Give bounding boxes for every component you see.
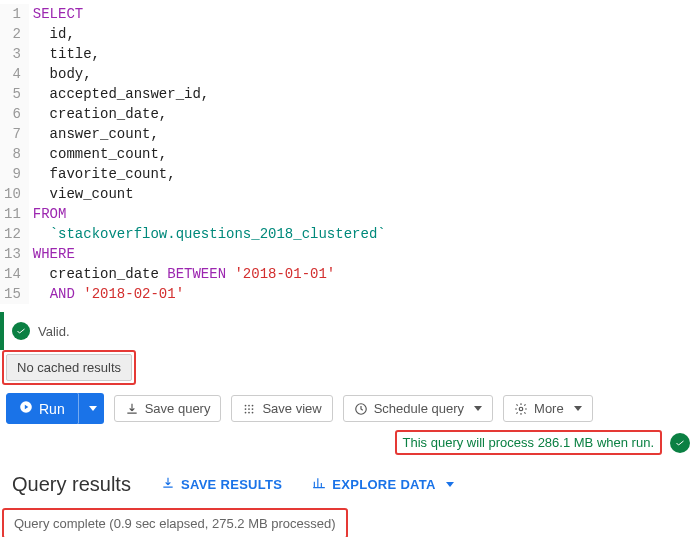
code-line: SELECT [33, 4, 386, 24]
save-results-label: SAVE RESULTS [181, 477, 282, 492]
code-line: view_count [33, 184, 386, 204]
results-header: Query results SAVE RESULTS EXPLORE DATA [0, 463, 700, 504]
line-number: 8 [4, 144, 21, 164]
line-number: 12 [4, 224, 21, 244]
line-gutter: 123456789101112131415 [0, 4, 29, 304]
line-number: 2 [4, 24, 21, 44]
gear-icon [514, 402, 528, 416]
svg-point-3 [252, 404, 254, 406]
save-view-label: Save view [262, 401, 321, 416]
svg-point-4 [245, 408, 247, 410]
line-number: 13 [4, 244, 21, 264]
save-query-button[interactable]: Save query [114, 395, 222, 422]
save-view-button[interactable]: Save view [231, 395, 332, 422]
download-icon [161, 476, 175, 493]
more-button[interactable]: More [503, 395, 593, 422]
caret-down-icon [89, 406, 97, 411]
svg-point-8 [249, 411, 251, 413]
line-number: 6 [4, 104, 21, 124]
code-line: `stackoverflow.questions_2018_clustered` [33, 224, 386, 244]
results-title: Query results [12, 473, 131, 496]
line-number: 3 [4, 44, 21, 64]
estimate-row: This query will process 286.1 MB when ru… [0, 428, 700, 463]
query-toolbar: Run Save query Save view Schedule query … [0, 385, 700, 428]
svg-point-5 [249, 408, 251, 410]
line-number: 1 [4, 4, 21, 24]
cache-badge: No cached results [6, 354, 132, 381]
code-line: body, [33, 64, 386, 84]
query-complete-status: Query complete (0.9 sec elapsed, 275.2 M… [2, 508, 348, 537]
code-line: WHERE [33, 244, 386, 264]
svg-point-11 [519, 407, 523, 411]
code-line: answer_count, [33, 124, 386, 144]
caret-down-icon [446, 482, 454, 487]
chart-icon [312, 476, 326, 493]
save-results-button[interactable]: SAVE RESULTS [161, 476, 282, 493]
code-line: title, [33, 44, 386, 64]
schedule-query-button[interactable]: Schedule query [343, 395, 493, 422]
bytes-estimate: This query will process 286.1 MB when ru… [395, 430, 662, 455]
play-icon [19, 400, 33, 417]
svg-point-1 [245, 404, 247, 406]
run-dropdown-button[interactable] [78, 393, 104, 424]
cache-highlight: No cached results [2, 350, 136, 385]
check-icon [12, 322, 30, 340]
caret-down-icon [574, 406, 582, 411]
grid-icon [242, 402, 256, 416]
code-line: FROM [33, 204, 386, 224]
code-line: id, [33, 24, 386, 44]
svg-point-7 [245, 411, 247, 413]
validation-label: Valid. [38, 324, 70, 339]
code-line: creation_date BETWEEN '2018-01-01' [33, 264, 386, 284]
clock-icon [354, 402, 368, 416]
caret-down-icon [474, 406, 482, 411]
line-number: 5 [4, 84, 21, 104]
run-label: Run [39, 401, 65, 417]
download-icon [125, 402, 139, 416]
code-area[interactable]: SELECT id, title, body, accepted_answer_… [29, 4, 386, 304]
svg-point-6 [252, 408, 254, 410]
code-line: comment_count, [33, 144, 386, 164]
check-icon [670, 433, 690, 453]
run-button[interactable]: Run [6, 393, 78, 424]
line-number: 10 [4, 184, 21, 204]
code-line: creation_date, [33, 104, 386, 124]
line-number: 15 [4, 284, 21, 304]
code-line: favorite_count, [33, 164, 386, 184]
code-line: AND '2018-02-01' [33, 284, 386, 304]
sql-editor[interactable]: 123456789101112131415 SELECT id, title, … [0, 0, 700, 308]
more-label: More [534, 401, 564, 416]
svg-point-9 [252, 411, 254, 413]
explore-data-label: EXPLORE DATA [332, 477, 436, 492]
line-number: 11 [4, 204, 21, 224]
explore-data-button[interactable]: EXPLORE DATA [312, 476, 454, 493]
line-number: 14 [4, 264, 21, 284]
validation-row: Valid. [0, 312, 700, 350]
line-number: 9 [4, 164, 21, 184]
schedule-label: Schedule query [374, 401, 464, 416]
save-query-label: Save query [145, 401, 211, 416]
line-number: 4 [4, 64, 21, 84]
line-number: 7 [4, 124, 21, 144]
code-line: accepted_answer_id, [33, 84, 386, 104]
run-group: Run [6, 393, 104, 424]
svg-point-2 [249, 404, 251, 406]
